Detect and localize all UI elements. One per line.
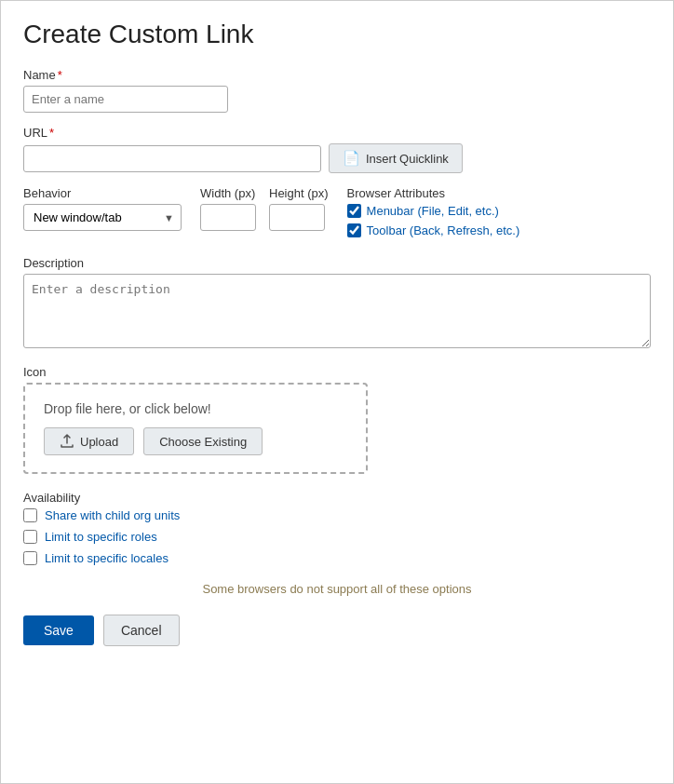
menubar-checkbox[interactable]	[347, 204, 361, 218]
name-required-star: *	[58, 68, 62, 82]
size-section: Width (px) Height (px)	[200, 186, 329, 231]
width-field: Width (px)	[200, 186, 256, 231]
width-label: Width (px)	[200, 186, 256, 200]
behavior-section: Behavior New window/tab Same window Cust…	[23, 186, 182, 231]
limit-roles-checkbox[interactable]	[23, 530, 37, 544]
height-field: Height (px)	[269, 186, 329, 231]
page-title: Create Custom Link	[23, 20, 651, 49]
limit-locales-checkbox[interactable]	[23, 551, 37, 565]
upload-button[interactable]: Upload	[44, 427, 134, 455]
toolbar-checkbox[interactable]	[347, 223, 361, 237]
limit-roles-checkbox-label[interactable]: Limit to specific roles	[23, 530, 651, 544]
width-input[interactable]	[200, 204, 256, 231]
cancel-button[interactable]: Cancel	[103, 615, 180, 646]
choose-existing-button[interactable]: Choose Existing	[143, 427, 263, 455]
insert-quicklink-button[interactable]: 📄 Insert Quicklink	[329, 143, 463, 173]
menubar-checkbox-label[interactable]: Menubar (File, Edit, etc.)	[347, 204, 520, 218]
description-textarea[interactable]	[23, 274, 651, 348]
quicklink-icon: 📄	[343, 150, 360, 167]
name-label: Name*	[23, 68, 651, 82]
browser-attrs-label: Browser Attributes	[347, 186, 520, 200]
url-section: URL* 📄 Insert Quicklink	[23, 126, 651, 173]
url-label: URL*	[23, 126, 651, 140]
footer-buttons: Save Cancel	[23, 615, 651, 646]
height-input[interactable]	[269, 204, 325, 231]
behavior-select-wrapper: New window/tab Same window Custom ▼	[23, 204, 182, 231]
page-container: Create Custom Link Name* URL* 📄 Insert Q…	[0, 0, 674, 784]
limit-locales-checkbox-label[interactable]: Limit to specific locales	[23, 551, 651, 565]
description-label: Description	[23, 256, 651, 270]
name-section: Name*	[23, 68, 651, 113]
availability-section: Availability Share with child org units …	[23, 491, 651, 565]
browser-attrs-section: Browser Attributes Menubar (File, Edit, …	[347, 186, 520, 243]
behavior-row: Behavior New window/tab Same window Cust…	[23, 186, 651, 243]
behavior-label: Behavior	[23, 186, 182, 200]
name-input[interactable]	[23, 86, 228, 113]
toolbar-checkbox-label[interactable]: Toolbar (Back, Refresh, etc.)	[347, 223, 520, 237]
icon-section: Icon Drop file here, or click below! Upl…	[23, 365, 651, 474]
drop-text: Drop file here, or click below!	[44, 401, 347, 416]
url-required-star: *	[49, 126, 54, 140]
share-checkbox[interactable]	[23, 508, 37, 522]
description-section: Description	[23, 256, 651, 352]
save-button[interactable]: Save	[23, 615, 94, 645]
browser-warning: Some browsers do not support all of thes…	[23, 582, 651, 596]
height-label: Height (px)	[269, 186, 329, 200]
behavior-select[interactable]: New window/tab Same window Custom	[23, 204, 182, 231]
url-row: 📄 Insert Quicklink	[23, 143, 651, 173]
availability-label: Availability	[23, 491, 651, 505]
url-input[interactable]	[23, 145, 321, 172]
icon-label: Icon	[23, 365, 651, 379]
icon-dropzone[interactable]: Drop file here, or click below! Upload C…	[23, 383, 368, 474]
share-checkbox-label[interactable]: Share with child org units	[23, 508, 651, 522]
icon-btn-row: Upload Choose Existing	[44, 427, 347, 455]
upload-icon	[60, 434, 74, 449]
